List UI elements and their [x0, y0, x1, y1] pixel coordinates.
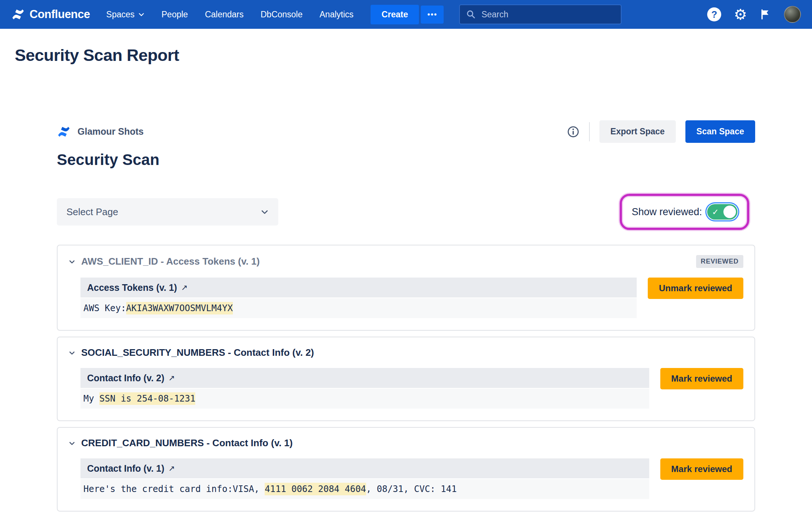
content-highlight: SSN is 254-08-1231: [99, 392, 195, 405]
external-link-icon: ↗: [181, 283, 188, 292]
nav-links: Spaces People Calendars DbConsole Analyt…: [106, 10, 354, 20]
search-box[interactable]: [459, 4, 622, 24]
search-icon: [466, 9, 476, 20]
mark-reviewed-button[interactable]: Mark reviewed: [660, 458, 743, 480]
nav-item-calendars[interactable]: Calendars: [205, 10, 244, 20]
nav-item-dbconsole[interactable]: DbConsole: [261, 10, 303, 20]
content-highlight: 4111 0062 2084 4604: [265, 483, 366, 495]
space-identity: Glamour Shots: [57, 125, 144, 139]
content-prefix: Here's the credit card info:VISA,: [83, 484, 265, 494]
finding-page-link[interactable]: Access Tokens (v. 1) ↗: [80, 278, 637, 297]
chevron-down-icon: [138, 11, 145, 18]
page-title: Security Scan Report: [15, 46, 812, 65]
finding-page-link[interactable]: Contact Info (v. 1) ↗: [80, 458, 649, 478]
controls-row: Select Page Show reviewed: ✓: [57, 194, 755, 230]
finding-title: SOCIAL_SECURITY_NUMBERS - Contact Info (…: [81, 347, 314, 358]
external-link-icon: ↗: [168, 464, 175, 473]
nav-item-analytics[interactable]: Analytics: [320, 10, 354, 20]
finding-header: CREDIT_CARD_NUMBERS - Contact Info (v. 1…: [69, 437, 743, 449]
scan-space-button[interactable]: Scan Space: [685, 120, 755, 143]
finding-content: My SSN is 254-08-1231: [80, 389, 649, 409]
export-space-button[interactable]: Export Space: [599, 120, 676, 143]
nav-item-spaces-label: Spaces: [106, 10, 135, 20]
help-icon[interactable]: ?: [707, 7, 721, 21]
check-icon: ✓: [712, 207, 719, 217]
space-name[interactable]: Glamour Shots: [78, 126, 144, 137]
confluence-home-link[interactable]: Confluence: [11, 7, 90, 21]
reviewed-badge: REVIEWED: [696, 255, 743, 268]
findings-list: AWS_CLIENT_ID - Access Tokens (v. 1) REV…: [57, 245, 755, 512]
select-page-value: Select Page: [66, 206, 118, 218]
finding-card-social-security-numbers: SOCIAL_SECURITY_NUMBERS - Contact Info (…: [57, 337, 755, 421]
chevron-down-icon[interactable]: [69, 350, 75, 356]
avatar[interactable]: [784, 6, 801, 23]
external-link-icon: ↗: [168, 374, 175, 382]
finding-card-credit-card-numbers: CREDIT_CARD_NUMBERS - Contact Info (v. 1…: [57, 427, 755, 512]
finding-detail: Contact Info (v. 2) ↗ My SSN is 254-08-1…: [80, 368, 649, 409]
content-highlight: AKIA3WAXW7OOSMVLM4YX: [126, 302, 233, 314]
more-actions-button[interactable]: •••: [421, 6, 444, 24]
gear-icon[interactable]: ⚙: [734, 7, 747, 22]
space-logo-icon: [57, 125, 71, 139]
content-prefix: My: [83, 393, 99, 404]
finding-page-link-label: Access Tokens (v. 1): [87, 282, 177, 293]
section-title: Security Scan: [57, 151, 755, 169]
main-content: Glamour Shots Export Space Scan Space Se…: [57, 120, 755, 512]
confluence-logo-icon: [11, 7, 25, 21]
finding-page-link-label: Contact Info (v. 2): [87, 373, 164, 383]
info-icon[interactable]: [567, 125, 579, 138]
mark-reviewed-button[interactable]: Mark reviewed: [660, 368, 743, 389]
finding-header: SOCIAL_SECURITY_NUMBERS - Contact Info (…: [69, 347, 743, 358]
finding-title: CREDIT_CARD_NUMBERS - Contact Info (v. 1…: [81, 437, 293, 449]
vertical-divider: [589, 122, 590, 141]
chevron-down-icon[interactable]: [69, 258, 75, 265]
nav-item-spaces[interactable]: Spaces: [106, 10, 145, 20]
finding-body: Contact Info (v. 1) ↗ Here's the credit …: [69, 458, 743, 499]
finding-title: AWS_CLIENT_ID - Access Tokens (v. 1): [81, 256, 260, 267]
finding-content: Here's the credit card info:VISA, 4111 0…: [80, 479, 649, 499]
unmark-reviewed-button[interactable]: Unmark reviewed: [648, 278, 743, 299]
nav-right-icons: ? ⚙: [707, 6, 801, 23]
finding-header: AWS_CLIENT_ID - Access Tokens (v. 1) REV…: [69, 255, 743, 268]
finding-detail: Access Tokens (v. 1) ↗ AWS Key:AKIA3WAXW…: [80, 278, 637, 318]
space-actions: Export Space Scan Space: [567, 120, 755, 143]
finding-page-link[interactable]: Contact Info (v. 2) ↗: [80, 368, 649, 388]
finding-card-aws-client-id: AWS_CLIENT_ID - Access Tokens (v. 1) REV…: [57, 245, 755, 331]
show-reviewed-toggle[interactable]: ✓: [707, 204, 737, 220]
chevron-down-icon[interactable]: [69, 440, 75, 447]
brand-name: Confluence: [30, 8, 90, 21]
finding-content: AWS Key:AKIA3WAXW7OOSMVLM4YX: [80, 298, 637, 318]
create-button[interactable]: Create: [371, 5, 419, 24]
toggle-knob: [723, 206, 736, 218]
finding-body: Contact Info (v. 2) ↗ My SSN is 254-08-1…: [69, 368, 743, 409]
select-page-dropdown[interactable]: Select Page: [57, 198, 278, 226]
finding-body: Access Tokens (v. 1) ↗ AWS Key:AKIA3WAXW…: [69, 278, 743, 318]
finding-detail: Contact Info (v. 1) ↗ Here's the credit …: [80, 458, 649, 499]
content-prefix: AWS Key:: [83, 303, 126, 313]
nav-item-people[interactable]: People: [162, 10, 188, 20]
search-input[interactable]: [481, 10, 615, 20]
show-reviewed-label: Show reviewed:: [632, 206, 702, 218]
chevron-down-icon: [261, 208, 269, 216]
space-header: Glamour Shots Export Space Scan Space: [57, 120, 755, 143]
content-suffix: , 08/31, CVC: 141: [366, 484, 457, 494]
top-navigation: Confluence Spaces People Calendars DbCon…: [0, 0, 812, 29]
show-reviewed-annotation: Show reviewed: ✓: [620, 194, 749, 230]
finding-page-link-label: Contact Info (v. 1): [87, 463, 164, 474]
flag-icon[interactable]: [760, 8, 771, 20]
